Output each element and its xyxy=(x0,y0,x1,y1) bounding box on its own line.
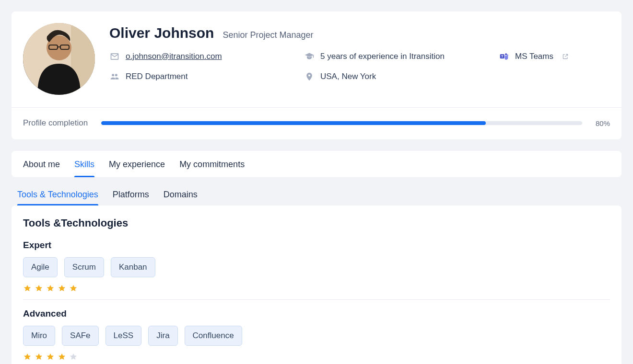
teams-row[interactable]: T MS Teams xyxy=(499,52,610,61)
skill-chip-jira[interactable]: Jira xyxy=(148,326,177,346)
experience-row: 5 years of experience in Itransition xyxy=(304,52,499,61)
envelope-icon xyxy=(109,52,120,61)
location-text: USA, New York xyxy=(320,72,376,81)
sub-tab-tools-technologies[interactable]: Tools & Technologies xyxy=(17,183,98,205)
skill-chips: AgileScrumKanban xyxy=(23,257,503,277)
skill-level-label: Expert xyxy=(23,240,503,250)
location-row: USA, New York xyxy=(304,72,499,81)
department-text: RED Department xyxy=(126,72,188,81)
skill-level-advanced: AdvancedMiroSAFeLeSSJiraConfluence xyxy=(23,308,503,361)
profile-completion-percent: 80% xyxy=(596,119,610,127)
skill-stars xyxy=(23,353,503,361)
external-link-icon xyxy=(562,53,569,60)
skill-chip-safe[interactable]: SAFe xyxy=(62,326,99,346)
main-tabs: About meSkillsMy experienceMy commitment… xyxy=(12,151,621,177)
teams-label: MS Teams xyxy=(515,52,553,61)
main-tab-about-me[interactable]: About me xyxy=(23,151,60,177)
svg-text:T: T xyxy=(501,55,503,58)
skill-chip-kanban[interactable]: Kanban xyxy=(111,257,155,277)
skill-chip-less[interactable]: LeSS xyxy=(106,326,142,346)
profile-name: Oliver Johnson xyxy=(109,25,214,41)
skill-level-expert: ExpertAgileScrumKanban xyxy=(23,240,503,293)
skill-chip-confluence[interactable]: Confluence xyxy=(185,326,242,346)
main-tab-my-experience[interactable]: My experience xyxy=(109,151,165,177)
skills-card: Tools &Technologies ExpertAgileScrumKanb… xyxy=(12,205,621,364)
email-row: o.johnson@itransition.com xyxy=(109,52,304,61)
email-link[interactable]: o.johnson@itransition.com xyxy=(126,52,222,61)
skill-stars xyxy=(23,284,503,293)
department-row: RED Department xyxy=(109,72,304,81)
profile-header-card: Oliver Johnson Senior Project Manager o.… xyxy=(12,11,621,139)
skill-chip-miro[interactable]: Miro xyxy=(23,326,55,346)
people-icon xyxy=(109,72,120,81)
svg-point-8 xyxy=(507,55,508,56)
skill-level-label: Advanced xyxy=(23,308,503,319)
graduation-cap-icon xyxy=(304,52,315,61)
skill-chips: MiroSAFeLeSSJiraConfluence xyxy=(23,326,503,346)
sub-tab-domains[interactable]: Domains xyxy=(164,183,198,205)
section-title: Tools &Technologies xyxy=(23,217,610,229)
skill-chip-agile[interactable]: Agile xyxy=(23,257,58,277)
profile-completion-bar xyxy=(101,121,582,125)
main-tab-skills[interactable]: Skills xyxy=(74,151,94,177)
main-tab-my-commitments[interactable]: My commitments xyxy=(179,151,245,177)
avatar xyxy=(23,23,95,95)
divider xyxy=(23,299,610,300)
sub-tab-platforms[interactable]: Platforms xyxy=(113,183,149,205)
job-title: Senior Project Manager xyxy=(223,30,313,40)
skill-chip-scrum[interactable]: Scrum xyxy=(64,257,104,277)
svg-point-7 xyxy=(505,53,507,55)
experience-text: 5 years of experience in Itransition xyxy=(320,52,445,61)
profile-completion-label: Profile completion xyxy=(23,118,88,128)
ms-teams-icon: T xyxy=(499,52,509,61)
sub-tabs: Tools & TechnologiesPlatformsDomains xyxy=(12,183,621,205)
location-pin-icon xyxy=(304,72,315,81)
